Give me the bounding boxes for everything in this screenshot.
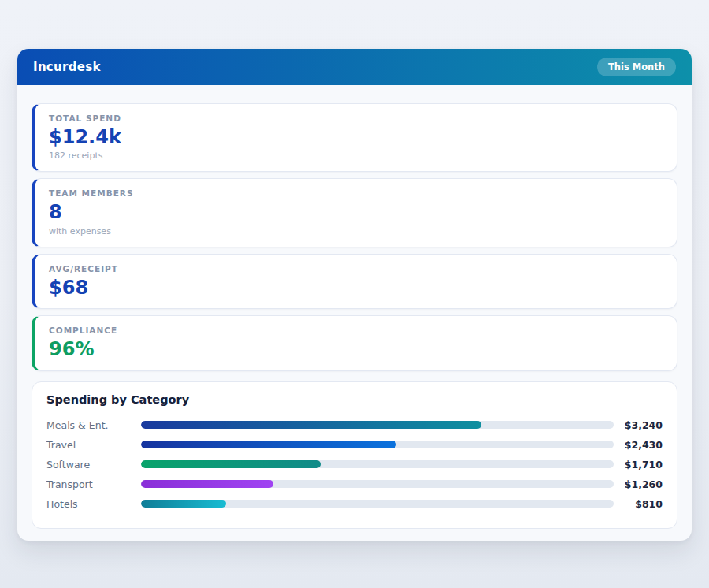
stat-card-avg-receipt: AVG/RECEIPT $68 bbox=[32, 254, 677, 309]
bar-fill bbox=[141, 480, 273, 488]
chart-row-meals: Meals & Ent. $3,240 bbox=[46, 415, 663, 435]
bar-fill bbox=[141, 460, 321, 468]
stat-subtext: with expenses bbox=[49, 226, 663, 236]
stat-label: AVG/RECEIPT bbox=[49, 264, 663, 274]
category-value: $1,710 bbox=[614, 459, 663, 471]
bar-track bbox=[141, 460, 614, 468]
bar-track bbox=[141, 441, 614, 448]
stat-value: 96% bbox=[49, 339, 663, 359]
bar-fill bbox=[141, 421, 481, 429]
bar-track bbox=[141, 480, 614, 488]
stat-card-total-spend: TOTAL SPEND $12.4k 182 receipts bbox=[32, 103, 677, 172]
spending-by-category-chart: Spending by Category Meals & Ent. $3,240… bbox=[32, 381, 677, 529]
category-value: $2,430 bbox=[614, 439, 663, 451]
bar-track bbox=[141, 500, 614, 508]
category-value: $1,260 bbox=[614, 478, 663, 490]
stat-value: $68 bbox=[49, 277, 663, 298]
category-value: $3,240 bbox=[614, 419, 663, 431]
stat-label: TOTAL SPEND bbox=[49, 114, 663, 123]
bar-fill bbox=[141, 500, 226, 508]
stat-label: TEAM MEMBERS bbox=[49, 188, 663, 198]
stat-card-compliance: COMPLIANCE 96% bbox=[32, 315, 677, 370]
panel-content: TOTAL SPEND $12.4k 182 receipts TEAM MEM… bbox=[17, 85, 692, 529]
period-badge[interactable]: This Month bbox=[597, 58, 676, 76]
chart-title: Spending by Category bbox=[46, 393, 663, 406]
stat-value: $12.4k bbox=[49, 127, 663, 147]
app-header: Incurdesk This Month bbox=[17, 49, 692, 85]
bar-fill bbox=[141, 441, 396, 448]
stat-label: COMPLIANCE bbox=[49, 326, 663, 335]
category-label: Transport bbox=[46, 478, 141, 490]
category-label: Hotels bbox=[46, 498, 141, 510]
category-label: Travel bbox=[46, 439, 141, 451]
chart-row-travel: Travel $2,430 bbox=[46, 435, 663, 455]
category-label: Software bbox=[46, 459, 141, 471]
chart-row-hotels: Hotels $810 bbox=[46, 494, 663, 514]
category-label: Meals & Ent. bbox=[46, 419, 141, 431]
category-value: $810 bbox=[614, 498, 663, 510]
stat-subtext: 182 receipts bbox=[49, 151, 663, 161]
stat-value: 8 bbox=[49, 202, 663, 222]
stat-card-team-members: TEAM MEMBERS 8 with expenses bbox=[32, 178, 677, 247]
dashboard-panel: Incurdesk This Month TOTAL SPEND $12.4k … bbox=[17, 49, 692, 541]
bar-track bbox=[141, 421, 614, 429]
chart-row-software: Software $1,710 bbox=[46, 455, 663, 474]
app-title: Incurdesk bbox=[33, 60, 101, 74]
chart-row-transport: Transport $1,260 bbox=[46, 474, 663, 494]
